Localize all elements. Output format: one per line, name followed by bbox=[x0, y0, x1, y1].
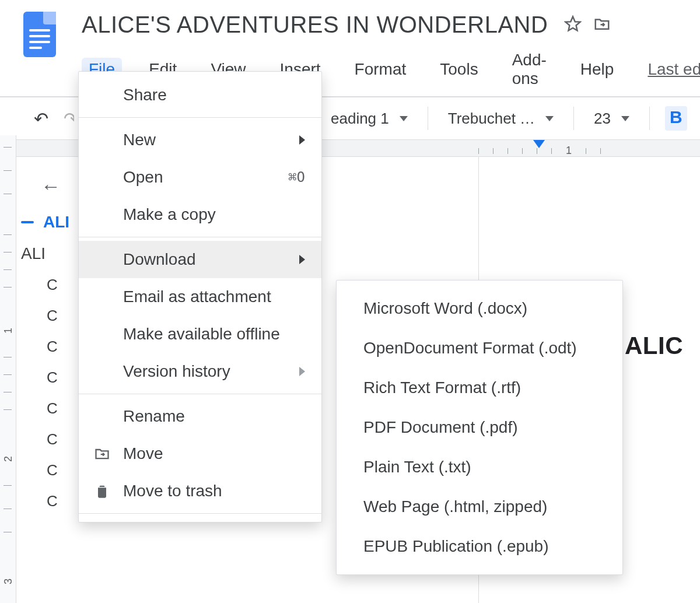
submenu-caret-icon bbox=[299, 255, 305, 264]
bold-button[interactable]: B bbox=[665, 106, 687, 131]
menu-item-label: New bbox=[123, 131, 156, 149]
chevron-down-icon bbox=[545, 116, 554, 121]
outline-item-label: C bbox=[47, 492, 58, 510]
outline-marker-icon bbox=[21, 221, 34, 223]
chevron-down-icon bbox=[621, 116, 629, 121]
paragraph-style-dropdown[interactable]: eading 1 bbox=[326, 110, 412, 128]
menu-item-label: Move bbox=[123, 444, 163, 463]
undo-icon[interactable]: ↶ bbox=[34, 108, 48, 129]
vertical-ruler[interactable]: 1 2 3 bbox=[0, 135, 16, 603]
menu-add-ons[interactable]: Add-ons bbox=[505, 48, 554, 90]
menu-format[interactable]: Format bbox=[348, 58, 414, 81]
outline-item-label: ALI bbox=[21, 244, 46, 263]
v-ruler-number: 2 bbox=[2, 456, 15, 462]
download-option-rtf[interactable]: Rich Text Format (.rtf) bbox=[337, 368, 622, 408]
chevron-down-icon bbox=[400, 116, 408, 121]
outline-item-label: C bbox=[47, 461, 58, 479]
file-menu-share[interactable]: Share bbox=[79, 76, 321, 114]
menu-item-label: Move to trash bbox=[123, 482, 222, 500]
last-edit-link[interactable]: Last edit was 3 bbox=[640, 58, 700, 81]
paragraph-style-label: eading 1 bbox=[331, 110, 389, 128]
font-size-value: 23 bbox=[594, 110, 611, 128]
download-option-html[interactable]: Web Page (.html, zipped) bbox=[337, 487, 622, 527]
outline-item-label: C bbox=[47, 276, 58, 294]
file-menu-move[interactable]: Move bbox=[79, 435, 321, 472]
file-menu-open[interactable]: Open ⌘O bbox=[79, 159, 321, 196]
outline-item-label: C bbox=[47, 307, 58, 325]
font-dropdown[interactable]: Trebuchet … bbox=[443, 110, 558, 128]
submenu-caret-icon bbox=[299, 135, 305, 145]
menu-item-label: Make available offline bbox=[123, 325, 280, 343]
page-heading: ALIC bbox=[625, 332, 683, 360]
docs-logo-icon[interactable] bbox=[23, 12, 56, 57]
menu-shortcut: ⌘O bbox=[288, 169, 305, 185]
file-menu-email-attachment[interactable]: Email as attachment bbox=[79, 278, 321, 315]
download-submenu: Microsoft Word (.docx) OpenDocument Form… bbox=[336, 280, 623, 575]
download-option-epub[interactable]: EPUB Publication (.epub) bbox=[337, 527, 622, 566]
outline-item-label: C bbox=[47, 369, 58, 387]
download-option-txt[interactable]: Plain Text (.txt) bbox=[337, 447, 622, 487]
file-menu-rename[interactable]: Rename bbox=[79, 398, 321, 435]
file-menu-make-available-offline[interactable]: Make available offline bbox=[79, 315, 321, 353]
file-menu-make-copy[interactable]: Make a copy bbox=[79, 196, 321, 233]
ruler-number: 1 bbox=[566, 145, 572, 157]
svg-marker-0 bbox=[566, 16, 580, 30]
move-icon bbox=[94, 446, 110, 462]
star-icon[interactable] bbox=[564, 15, 582, 35]
menu-item-label: Share bbox=[123, 86, 167, 104]
v-ruler-number: 3 bbox=[2, 579, 15, 584]
file-menu-version-history[interactable]: Version history bbox=[79, 353, 321, 390]
outline-item-label: C bbox=[47, 338, 58, 356]
font-label: Trebuchet … bbox=[448, 110, 535, 128]
menu-item-label: Open bbox=[123, 168, 163, 187]
outline-item-label: C bbox=[47, 430, 58, 448]
menu-tools[interactable]: Tools bbox=[433, 58, 485, 81]
download-option-docx[interactable]: Microsoft Word (.docx) bbox=[337, 289, 622, 328]
menu-help[interactable]: Help bbox=[573, 58, 621, 81]
download-option-pdf[interactable]: PDF Document (.pdf) bbox=[337, 408, 622, 447]
file-menu: Share New Open ⌘O Make a copy Download E… bbox=[78, 71, 322, 523]
menu-item-label: Version history bbox=[123, 362, 230, 381]
download-option-odt[interactable]: OpenDocument Format (.odt) bbox=[337, 328, 622, 368]
outline-item-label: C bbox=[47, 399, 58, 418]
redo-icon[interactable]: ↷ bbox=[64, 108, 74, 129]
file-menu-move-to-trash[interactable]: Move to trash bbox=[79, 472, 321, 510]
menu-item-label: Download bbox=[123, 250, 196, 269]
menu-item-label: Make a copy bbox=[123, 205, 216, 224]
outline-item-label: ALI bbox=[43, 213, 69, 232]
submenu-caret-icon bbox=[299, 367, 305, 376]
font-size-dropdown[interactable]: 23 bbox=[589, 110, 634, 128]
v-ruler-number: 1 bbox=[2, 328, 15, 334]
menu-item-label: Rename bbox=[123, 407, 185, 426]
trash-icon bbox=[94, 483, 110, 499]
move-to-folder-icon[interactable] bbox=[593, 15, 611, 35]
file-menu-download[interactable]: Download bbox=[79, 241, 321, 278]
menu-item-label: Email as attachment bbox=[123, 288, 271, 306]
file-menu-new[interactable]: New bbox=[79, 121, 321, 159]
document-title[interactable]: ALICE'S ADVENTURES IN WONDERLAND bbox=[82, 12, 548, 38]
